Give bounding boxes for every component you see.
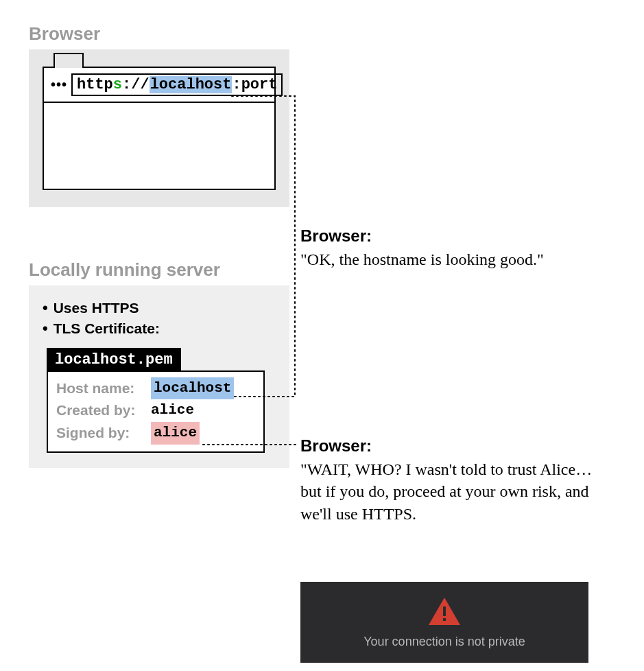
- url-sep: ://: [122, 76, 150, 93]
- browser-panel: ••• https://localhost:port: [29, 49, 289, 207]
- connection-not-private-banner: Your connection is not private: [300, 582, 588, 663]
- svg-rect-1: [443, 607, 446, 616]
- annotation-signer-warning: Browser: "WAIT, WHO? I wasn't told to tr…: [300, 436, 616, 525]
- cert-hostname-value: localhost: [151, 377, 234, 400]
- annotation-hostname-ok: Browser: "OK, the hostname is looking go…: [300, 226, 616, 270]
- url-colon: :: [232, 76, 241, 93]
- toolbar-divider: [44, 102, 274, 103]
- server-panel: •Uses HTTPS •TLS Certificate: localhost.…: [29, 285, 289, 468]
- connection-not-private-text: Your connection is not private: [363, 635, 525, 649]
- url-s: s: [113, 76, 122, 93]
- browser-menu-dots-icon: •••: [51, 77, 67, 93]
- address-bar[interactable]: https://localhost:port: [71, 73, 283, 96]
- url-port: port: [241, 76, 278, 93]
- address-bar-row: ••• https://localhost:port: [44, 68, 274, 96]
- warning-triangle-icon: [427, 596, 462, 626]
- pem-filename-chip: localhost.pem: [47, 348, 181, 372]
- browser-tab: [53, 53, 84, 68]
- cert-hostname-label: Host name:: [56, 377, 145, 400]
- cert-signed-label: Signed by:: [56, 422, 145, 445]
- annotation-1-text: "OK, the hostname is looking good.": [300, 248, 616, 270]
- annotation-1-heading: Browser:: [300, 226, 616, 246]
- server-bullets: •Uses HTTPS •TLS Certificate:: [43, 298, 276, 340]
- url-host: localhost: [150, 76, 232, 93]
- cert-signed-value: alice: [151, 422, 200, 445]
- cert-created-label: Created by:: [56, 399, 145, 422]
- server-bullet-1: TLS Certificate:: [53, 318, 160, 339]
- section-title-browser: Browser: [29, 23, 100, 45]
- browser-window: ••• https://localhost:port: [43, 67, 276, 190]
- section-title-server: Locally running server: [29, 259, 220, 281]
- url-http: http: [77, 76, 113, 93]
- annotation-2-heading: Browser:: [300, 436, 616, 456]
- server-bullet-0: Uses HTTPS: [53, 298, 139, 318]
- annotation-2-text: "WAIT, WHO? I wasn't told to trust Alice…: [300, 458, 616, 525]
- svg-rect-2: [443, 618, 446, 621]
- cert-created-value: alice: [151, 399, 194, 422]
- certificate-box: Host name: localhost Created by: alice S…: [47, 370, 265, 453]
